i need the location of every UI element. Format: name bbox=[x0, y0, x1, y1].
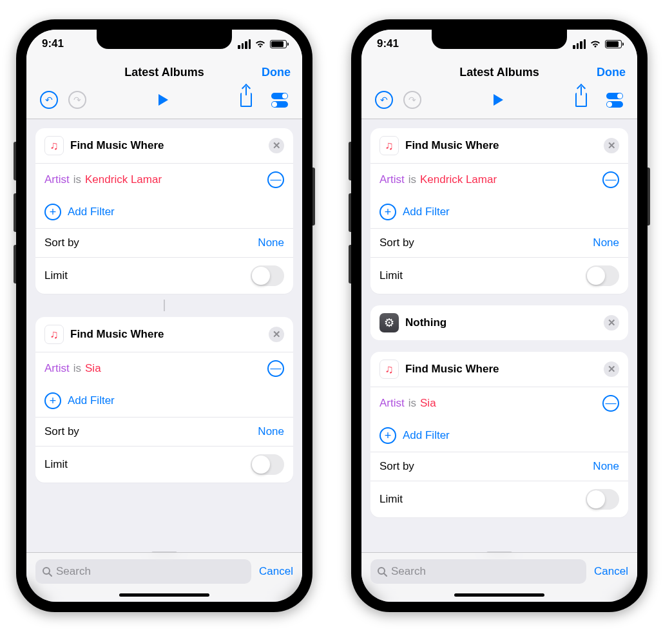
sort-by-value[interactable]: None bbox=[593, 460, 619, 473]
redo-button[interactable]: ↷ bbox=[66, 89, 88, 111]
share-icon bbox=[240, 93, 252, 107]
undo-button[interactable]: ↶ bbox=[373, 89, 395, 111]
filter-row[interactable]: Artist is Kendrick Lamar — bbox=[35, 164, 293, 196]
filter-field[interactable]: Artist bbox=[44, 362, 70, 375]
home-indicator[interactable] bbox=[119, 593, 209, 597]
limit-label: Limit bbox=[44, 458, 68, 471]
share-icon bbox=[575, 93, 587, 107]
play-icon bbox=[158, 94, 168, 106]
find-music-card: ♫ Find Music Where ✕ Artist is Sia — + A… bbox=[35, 317, 293, 483]
shortcut-settings-button[interactable] bbox=[604, 89, 626, 111]
limit-label: Limit bbox=[379, 493, 403, 506]
card-title: Find Music Where bbox=[405, 139, 597, 152]
sort-by-value[interactable]: None bbox=[258, 236, 284, 249]
shortcut-settings-button[interactable] bbox=[269, 89, 291, 111]
svg-line-3 bbox=[384, 573, 387, 576]
remove-filter-button[interactable]: — bbox=[602, 171, 619, 188]
done-button[interactable]: Done bbox=[262, 66, 291, 79]
card-title: Find Music Where bbox=[70, 328, 262, 341]
iphone-device-frame: 9:41 Latest Albums Done ↶ ↷ bbox=[16, 19, 312, 612]
search-input[interactable]: Search bbox=[35, 559, 251, 584]
actions-canvas[interactable]: ♫ Find Music Where ✕ Artist is Kendrick … bbox=[361, 119, 637, 548]
filter-operator[interactable]: is bbox=[408, 397, 416, 410]
cancel-button[interactable]: Cancel bbox=[259, 565, 293, 578]
filter-field[interactable]: Artist bbox=[44, 173, 70, 186]
filter-value[interactable]: Sia bbox=[420, 397, 436, 410]
search-input[interactable]: Search bbox=[370, 559, 586, 584]
page-title: Latest Albums bbox=[459, 66, 539, 79]
find-music-card: ♫ Find Music Where ✕ Artist is Kendrick … bbox=[370, 128, 628, 294]
filter-row[interactable]: Artist is Kendrick Lamar — bbox=[370, 164, 628, 196]
remove-filter-button[interactable]: — bbox=[602, 395, 619, 412]
sort-by-value[interactable]: None bbox=[258, 425, 284, 438]
filter-value[interactable]: Sia bbox=[85, 362, 101, 375]
redo-button[interactable]: ↷ bbox=[401, 89, 423, 111]
filter-row[interactable]: Artist is Sia — bbox=[370, 387, 628, 419]
delete-action-button[interactable]: ✕ bbox=[604, 315, 619, 331]
run-button[interactable] bbox=[486, 89, 508, 111]
limit-toggle[interactable] bbox=[586, 489, 619, 510]
sort-by-label: Sort by bbox=[44, 236, 79, 249]
sort-by-row[interactable]: Sort by None bbox=[35, 228, 293, 257]
navigation-bar: Latest Albums Done ↶ ↷ bbox=[361, 58, 637, 119]
delete-action-button[interactable]: ✕ bbox=[604, 361, 619, 377]
wifi-icon bbox=[590, 39, 601, 48]
remove-filter-button[interactable]: — bbox=[267, 171, 284, 188]
undo-button[interactable]: ↶ bbox=[38, 89, 60, 111]
status-time: 9:41 bbox=[377, 37, 399, 50]
done-button[interactable]: Done bbox=[597, 66, 626, 79]
share-button[interactable] bbox=[235, 89, 257, 111]
filter-row[interactable]: Artist is Sia — bbox=[35, 352, 293, 385]
svg-line-1 bbox=[49, 573, 52, 576]
plus-icon: + bbox=[379, 204, 396, 220]
search-placeholder: Search bbox=[56, 565, 91, 578]
music-app-icon: ♫ bbox=[379, 360, 399, 379]
share-button[interactable] bbox=[570, 89, 592, 111]
search-placeholder: Search bbox=[391, 565, 426, 578]
search-icon bbox=[42, 566, 52, 577]
delete-action-button[interactable]: ✕ bbox=[269, 138, 284, 153]
sort-by-row[interactable]: Sort by None bbox=[35, 417, 293, 446]
limit-toggle[interactable] bbox=[251, 454, 284, 475]
filter-field[interactable]: Artist bbox=[379, 397, 405, 410]
add-filter-button[interactable]: + Add Filter bbox=[370, 419, 628, 452]
actions-canvas[interactable]: ♫ Find Music Where ✕ Artist is Kendrick … bbox=[26, 119, 302, 548]
delete-action-button[interactable]: ✕ bbox=[269, 327, 284, 342]
cellular-signal-icon bbox=[238, 39, 251, 49]
run-button[interactable] bbox=[151, 89, 173, 111]
sort-by-label: Sort by bbox=[379, 236, 414, 249]
limit-toggle[interactable] bbox=[586, 265, 619, 286]
plus-icon: + bbox=[44, 392, 61, 409]
sort-by-value[interactable]: None bbox=[593, 236, 619, 249]
cellular-signal-icon bbox=[573, 39, 586, 49]
settings-toggles-icon bbox=[606, 93, 623, 108]
card-title: Find Music Where bbox=[405, 363, 597, 376]
filter-operator[interactable]: is bbox=[73, 362, 81, 375]
home-indicator[interactable] bbox=[454, 593, 544, 597]
limit-label: Limit bbox=[379, 269, 403, 282]
find-music-card: ♫ Find Music Where ✕ Artist is Sia — + A… bbox=[370, 352, 628, 517]
add-filter-button[interactable]: + Add Filter bbox=[370, 196, 628, 228]
music-app-icon: ♫ bbox=[44, 136, 64, 155]
filter-field[interactable]: Artist bbox=[379, 173, 405, 186]
find-music-card: ♫ Find Music Where ✕ Artist is Kendrick … bbox=[35, 128, 293, 294]
filter-operator[interactable]: is bbox=[73, 173, 81, 186]
add-filter-button[interactable]: + Add Filter bbox=[35, 196, 293, 228]
cancel-button[interactable]: Cancel bbox=[594, 565, 628, 578]
remove-filter-button[interactable]: — bbox=[267, 360, 284, 377]
filter-value[interactable]: Kendrick Lamar bbox=[85, 173, 162, 186]
sort-by-row[interactable]: Sort by None bbox=[370, 228, 628, 257]
sort-by-label: Sort by bbox=[379, 460, 414, 473]
limit-row: Limit bbox=[35, 257, 293, 294]
add-filter-button[interactable]: + Add Filter bbox=[35, 385, 293, 417]
limit-toggle[interactable] bbox=[251, 265, 284, 286]
filter-operator[interactable]: is bbox=[408, 173, 416, 186]
filter-value[interactable]: Kendrick Lamar bbox=[420, 173, 497, 186]
delete-action-button[interactable]: ✕ bbox=[604, 138, 619, 153]
sort-by-row[interactable]: Sort by None bbox=[370, 452, 628, 481]
limit-label: Limit bbox=[44, 269, 68, 282]
page-title: Latest Albums bbox=[124, 66, 204, 79]
plus-icon: + bbox=[44, 204, 61, 220]
plus-icon: + bbox=[379, 427, 396, 444]
status-time: 9:41 bbox=[42, 37, 64, 50]
